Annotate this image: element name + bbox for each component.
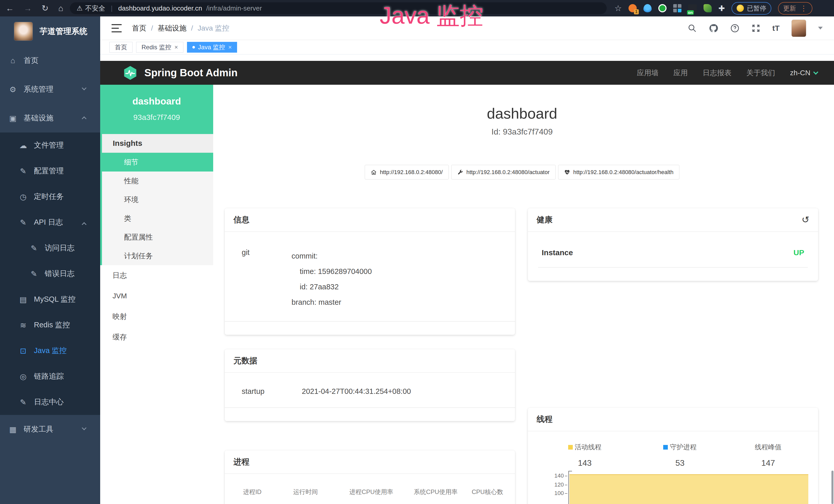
sidebar-item-trace[interactable]: ◎ 链路追踪 [0,364,100,389]
tab-label: Java 监控 [198,43,225,51]
sidebar-item-redis-monitor[interactable]: ≋ Redis 监控 [0,312,100,338]
service-url-button[interactable]: http://192.168.0.2:48080/ [365,165,449,180]
extension-on-badge: on [687,10,694,15]
content-area: Spring Boot Admin 应用墙 应用 日志报表 关于我们 zh-CN… [100,54,834,504]
sidebar-item-java-monitor[interactable]: ⊡ Java 监控 [0,338,100,364]
sba-menu-details[interactable]: 细节 [102,153,213,171]
fullscreen-icon[interactable] [751,24,761,33]
column-header: 进程CPU使用率 [336,488,407,496]
app-title: 芋道管理系统 [40,26,87,37]
back-icon[interactable]: ← [6,4,14,13]
sidebar-item-file-manage[interactable]: ☁ 文件管理 [0,133,100,158]
home-icon [371,169,377,175]
sba-menu-classes[interactable]: 类 [102,209,213,228]
sba-locale-select[interactable]: zh-CN [790,69,817,77]
breadcrumb-separator: / [151,24,153,32]
extension-orange-icon[interactable]: 1 [629,4,637,12]
user-avatar[interactable] [791,20,806,37]
home-icon: ⌂ [8,56,18,65]
sidebar-item-infrastructure[interactable]: ▣ 基础设施 [0,104,100,133]
health-card-title: 健康 [536,214,552,225]
chrome-update-button[interactable]: 更新 ⋮ [778,2,812,15]
sidebar-item-api-log[interactable]: ✎ API 日志 [0,209,100,235]
actuator-url-button[interactable]: http://192.168.0.2:48080/actuator [451,165,555,180]
schedule-icon: ◷ [18,192,28,201]
sba-menu-caches[interactable]: 缓存 [100,327,213,347]
sidebar-item-log-center[interactable]: ✎ 日志中心 [0,389,100,415]
sidebar-item-schedule[interactable]: ◷ 定时任务 [0,184,100,209]
extension-grid-icon[interactable] [673,4,681,12]
sba-nav-applications[interactable]: 应用 [674,68,688,78]
tab-label: 首页 [115,43,127,51]
sba-nav-wallboard[interactable]: 应用墙 [637,68,659,78]
sba-nav-about[interactable]: 关于我们 [746,68,775,78]
search-icon[interactable] [687,24,697,33]
scrollbar-thumb[interactable] [831,471,833,504]
font-size-icon[interactable]: tT [772,24,780,32]
extension-switch-icon[interactable]: on [688,4,697,12]
sba-nav-journal[interactable]: 日志报表 [703,68,731,78]
sidebar-item-error-log[interactable]: ✎ 错误日志 [0,261,100,287]
column-header: 系统CPU使用率 [407,488,465,496]
breadcrumb: 首页 / 基础设施 / Java 监控 [132,23,229,33]
tab-java-monitor[interactable]: Java 监控 × [187,42,237,53]
service-url: http://192.168.0.2:48080/ [380,169,443,176]
forward-icon[interactable]: → [24,4,32,13]
browser-home-icon[interactable]: ⌂ [58,4,63,13]
extension-green-icon[interactable] [658,4,666,12]
help-icon[interactable] [730,24,740,33]
health-url-button[interactable]: http://192.168.0.2:48080/actuator/health [558,165,679,180]
tab-home[interactable]: 首页 [109,42,133,53]
sba-main: dashboard Id: 93a3fc7f7409 http://192.16… [213,85,834,504]
sba-menu-config-props[interactable]: 配置属性 [102,228,213,247]
profile-emoji-icon [737,5,744,12]
sidebar-item-config-manage[interactable]: ✎ 配置管理 [0,158,100,184]
security-warning[interactable]: ⚠ 不安全 [76,4,105,13]
breadcrumb-current: Java 监控 [198,23,229,33]
reload-icon[interactable]: ↻ [42,3,48,13]
breadcrumb-infrastructure[interactable]: 基础设施 [158,23,186,33]
extension-leaf-icon[interactable] [704,4,712,12]
user-menu-caret-icon[interactable] [818,27,823,29]
app-sidebar: 芋道管理系统 ⌂ 首页 ⚙ 系统管理 ▣ 基础设施 ☁ 文件管理 ✎ 配置管理 [0,17,100,504]
sba-instance-id: 93a3fc7f7409 [103,113,211,122]
sba-menu-logs[interactable]: 日志 [100,265,213,286]
extension-pin-icon[interactable] [643,4,652,12]
sba-menu-scheduled-tasks[interactable]: 计划任务 [102,247,213,265]
y-tick: 120 [554,481,564,488]
url-bar[interactable]: ⚠ 不安全 | dashboard.yudao.iocoder.cn/infra… [70,2,607,14]
url-host: dashboard.yudao.iocoder.cn [118,4,202,12]
chart-plot-area [568,471,809,504]
browser-menu-icon[interactable]: ⋮ [800,4,807,13]
instance-title: dashboard [225,105,819,122]
sba-menu-environment[interactable]: 环境 [102,190,213,209]
sidebar-item-system-manage[interactable]: ⚙ 系统管理 [0,75,100,104]
sidebar-item-label: Java 监控 [34,346,67,356]
close-icon[interactable]: × [228,44,232,51]
sba-menu-jvm[interactable]: JVM [100,286,213,306]
tab-redis-monitor[interactable]: Redis 监控 × [136,42,183,53]
sidebar-item-mysql-monitor[interactable]: ▤ MySQL 监控 [0,287,100,312]
info-row-value: commit: time: 1596289704000 id: 27aa832 … [291,248,505,310]
history-icon[interactable]: ↺ [802,214,809,225]
sidebar-item-home[interactable]: ⌂ 首页 [0,46,100,75]
sba-menu-metrics[interactable]: 性能 [102,171,213,190]
column-header: CPU核心数 [465,488,510,496]
sidebar-item-access-log[interactable]: ✎ 访问日志 [0,235,100,261]
info-card: 信息 git commit: time: 1596289704000 id: 2… [225,208,515,335]
close-icon[interactable]: × [174,44,178,51]
sidebar-collapse-icon[interactable] [111,24,122,32]
bookmark-star-icon[interactable]: ☆ [614,3,622,13]
breadcrumb-home[interactable]: 首页 [132,23,147,33]
app-logo-row[interactable]: 芋道管理系统 [0,17,100,46]
sidebar-item-devtools[interactable]: ▦ 研发工具 [0,415,100,444]
extensions-puzzle-icon[interactable]: ✚ [719,4,725,13]
sidebar-item-label: 配置管理 [34,166,64,176]
screen: ← → ↻ ⌂ ⚠ 不安全 | dashboard.yudao.iocoder.… [0,0,834,504]
sba-instance-header[interactable]: dashboard 93a3fc7f7409 [100,85,213,134]
java-monitor-icon: ⊡ [18,346,28,356]
health-card: 健康 ↺ Instance UP [528,208,818,281]
github-icon[interactable] [709,23,719,33]
profile-paused-button[interactable]: 已暂停 [731,2,771,15]
sba-menu-mappings[interactable]: 映射 [100,306,213,327]
